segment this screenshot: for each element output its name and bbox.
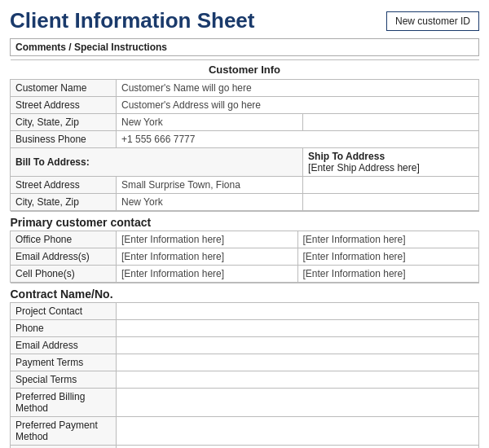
contract-header-row: Contract Name/No.	[11, 283, 479, 303]
page-title: Client Information Sheet	[10, 8, 254, 33]
table-row: Email Address(s) [Enter Information here…	[11, 248, 479, 266]
office-phone-value1: [Enter Information here]	[117, 231, 298, 248]
cell-phone-value1: [Enter Information here]	[117, 266, 298, 283]
primary-contact-header-row: Primary customer contact	[11, 212, 479, 231]
street-address-value: Customer's Address will go here	[117, 97, 479, 114]
contract-title: Contract Name/No.	[11, 283, 479, 303]
table-row: Customer Name Customer's Name will go he…	[11, 80, 479, 97]
payment-terms-value	[117, 354, 479, 371]
services-notes-label: Services Notes	[11, 446, 117, 449]
comments-label: Comments / Special Instructions	[15, 42, 167, 53]
office-phone-label: Office Phone	[11, 231, 117, 248]
preferred-billing-label: Preferred Billing Method	[11, 389, 117, 417]
table-row: Preferred Billing Method	[11, 389, 479, 417]
services-notes-value	[117, 446, 479, 449]
table-row: Cell Phone(s) [Enter Information here] […	[11, 266, 479, 283]
table-row: Special Terms	[11, 371, 479, 389]
email-address-value1: [Enter Information here]	[117, 248, 298, 266]
special-terms-label: Special Terms	[11, 371, 117, 389]
customer-info-title: Customer Info	[11, 60, 479, 80]
table-row: Email Address	[11, 337, 479, 354]
bill-street-value: Small Surprise Town, Fiona	[117, 177, 303, 194]
email-address-contract-value	[117, 337, 479, 354]
table-row: Street Address Customer's Address will g…	[11, 97, 479, 114]
table-row: City, State, Zip New York	[11, 114, 479, 131]
bill-street-extra	[303, 177, 479, 194]
payment-terms-label: Payment Terms	[11, 354, 117, 371]
preferred-payment-value	[117, 417, 479, 446]
table-row: Services Notes	[11, 446, 479, 449]
email-address-value2: [Enter Information here]	[297, 248, 479, 266]
business-phone-value: +1 555 666 7777	[117, 131, 479, 148]
bill-city-extra	[303, 194, 479, 211]
ship-to-title: Ship To Address	[308, 151, 385, 162]
bill-to-header-row: Bill To Address: Ship To Address [Enter …	[11, 148, 479, 177]
cell-phone-value2: [Enter Information here]	[297, 266, 479, 283]
bill-street-label: Street Address	[11, 177, 117, 194]
cell-phone-label: Cell Phone(s)	[11, 266, 117, 283]
ship-to-label: Ship To Address [Enter Ship Address here…	[303, 148, 479, 177]
contract-table: Contract Name/No. Project Contact Phone …	[10, 283, 479, 448]
street-address-label: Street Address	[11, 97, 117, 114]
customer-name-value: Customer's Name will go here	[117, 80, 479, 97]
header: Client Information Sheet New customer ID	[10, 8, 479, 33]
office-phone-value2: [Enter Information here]	[297, 231, 479, 248]
bill-to-city-row: City, State, Zip New York	[11, 194, 479, 211]
bill-to-label: Bill To Address:	[11, 148, 303, 177]
special-terms-value	[117, 371, 479, 389]
bill-to-street-row: Street Address Small Surprise Town, Fion…	[11, 177, 479, 194]
preferred-billing-value	[117, 389, 479, 417]
city-state-zip-label: City, State, Zip	[11, 114, 117, 131]
primary-contact-table: Primary customer contact Office Phone [E…	[10, 211, 479, 283]
comments-section: Comments / Special Instructions	[10, 38, 479, 56]
phone-value	[117, 320, 479, 337]
phone-label: Phone	[11, 320, 117, 337]
table-row: Business Phone +1 555 666 7777	[11, 131, 479, 148]
new-customer-button[interactable]: New customer ID	[386, 11, 479, 31]
email-address-contract-label: Email Address	[11, 337, 117, 354]
project-contact-label: Project Contact	[11, 303, 117, 320]
city-extra-cell	[303, 114, 479, 131]
customer-info-header-row: Customer Info	[11, 60, 479, 80]
table-row: Office Phone [Enter Information here] [E…	[11, 231, 479, 248]
primary-contact-title: Primary customer contact	[11, 212, 479, 231]
customer-info-table: Customer Info Customer Name Customer's N…	[10, 59, 479, 211]
table-row: Payment Terms	[11, 354, 479, 371]
preferred-payment-label: Preferred Payment Method	[11, 417, 117, 446]
bill-city-label: City, State, Zip	[11, 194, 117, 211]
table-row: Preferred Payment Method	[11, 417, 479, 446]
ship-to-value: [Enter Ship Address here]	[308, 162, 420, 173]
project-contact-value	[117, 303, 479, 320]
business-phone-label: Business Phone	[11, 131, 117, 148]
table-row: Phone	[11, 320, 479, 337]
email-address-label: Email Address(s)	[11, 248, 117, 266]
bill-city-value: New York	[117, 194, 303, 211]
table-row: Project Contact	[11, 303, 479, 320]
city-state-zip-value: New York	[117, 114, 303, 131]
customer-name-label: Customer Name	[11, 80, 117, 97]
page: Client Information Sheet New customer ID…	[0, 0, 489, 448]
